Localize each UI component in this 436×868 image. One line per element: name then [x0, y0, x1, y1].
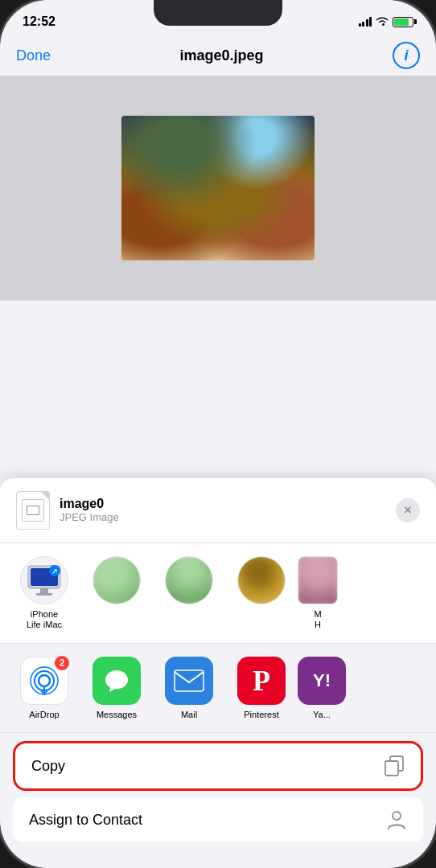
app-label-yahoo: Ya... — [313, 710, 331, 719]
copy-icon — [384, 755, 405, 776]
messages-icon — [102, 666, 131, 695]
person-avatar-5 — [298, 556, 338, 604]
svg-rect-3 — [36, 593, 52, 596]
svg-text:P: P — [253, 665, 270, 697]
svg-point-6 — [39, 675, 50, 686]
person-avatar-2 — [93, 556, 141, 604]
svg-rect-2 — [40, 588, 48, 593]
svg-text:↗: ↗ — [51, 567, 58, 575]
nav-bar: Done image0.jpeg i — [0, 35, 436, 76]
status-time: 12:52 — [23, 14, 56, 29]
file-icon — [16, 491, 50, 530]
copy-label: Copy — [31, 758, 65, 775]
app-icon-yahoo: Y! — [298, 657, 346, 705]
battery-icon — [393, 17, 413, 27]
notch — [154, 0, 282, 26]
pinterest-icon: P — [248, 665, 275, 697]
food-image — [121, 116, 315, 260]
person-avatar-4 — [237, 556, 286, 604]
person-label-2 — [115, 609, 117, 620]
nav-title: image0.jpeg — [179, 47, 263, 64]
file-type: JPEG Image — [60, 511, 119, 523]
app-icon-messages — [93, 657, 141, 705]
apps-row: 2 AirDrop Messages — [0, 644, 436, 733]
airdrop-badge: 2 — [53, 654, 71, 672]
image-preview-area — [0, 76, 436, 301]
app-item-mail[interactable]: Mail — [153, 657, 225, 719]
person-item-5[interactable]: MH — [298, 556, 338, 630]
svg-rect-12 — [385, 761, 398, 776]
app-icon-mail — [165, 657, 213, 705]
person-item-mac[interactable]: ↗ iPhoneLife iMac — [8, 556, 80, 630]
person-item-4[interactable] — [225, 556, 298, 630]
assign-contact-action[interactable]: Assign to Contact — [13, 797, 423, 842]
phone-frame: 12:52 Done image — [0, 0, 436, 868]
person-label-4 — [260, 609, 262, 620]
file-info-row: image0 JPEG Image × — [0, 478, 436, 543]
actions-container: Copy Assign to Contact — [0, 733, 436, 852]
person-label-3 — [187, 609, 190, 620]
app-item-yahoo[interactable]: Y! Ya... — [298, 657, 346, 719]
app-label-mail: Mail — [181, 710, 197, 719]
app-label-pinterest: Pinterest — [244, 710, 278, 719]
person-label-mac: iPhoneLife iMac — [27, 609, 62, 630]
person-avatar-mac: ↗ — [20, 556, 68, 604]
app-label-airdrop: AirDrop — [29, 710, 59, 719]
person-item-2[interactable] — [80, 556, 153, 630]
close-button[interactable]: × — [396, 498, 420, 522]
file-name: image0 — [60, 497, 119, 511]
copy-action[interactable]: Copy — [13, 741, 423, 791]
app-icon-airdrop: 2 — [20, 657, 68, 705]
person-label-5: MH — [314, 609, 321, 630]
wifi-icon — [376, 17, 389, 27]
person-avatar-3 — [165, 556, 213, 604]
battery-fill — [394, 18, 409, 26]
file-details: image0 JPEG Image — [60, 497, 119, 523]
people-row: ↗ iPhoneLife iMac — [0, 543, 436, 644]
app-label-messages: Messages — [97, 710, 137, 719]
done-button[interactable]: Done — [16, 47, 51, 64]
app-icon-pinterest: P — [237, 657, 286, 705]
signal-icon — [359, 17, 372, 27]
file-info-left: image0 JPEG Image — [16, 491, 119, 530]
svg-point-13 — [393, 812, 401, 820]
mail-icon — [174, 669, 204, 692]
screen: 12:52 Done image — [0, 0, 436, 868]
info-button[interactable]: i — [393, 42, 420, 69]
assign-contact-label: Assign to Contact — [29, 812, 142, 829]
status-icons — [359, 17, 414, 27]
mac-icon: ↗ — [24, 563, 64, 598]
person-item-3[interactable] — [153, 556, 225, 630]
person-icon — [386, 809, 407, 830]
app-item-airdrop[interactable]: 2 AirDrop — [8, 657, 80, 719]
svg-rect-9 — [175, 670, 204, 691]
app-item-messages[interactable]: Messages — [80, 657, 153, 719]
share-sheet: image0 JPEG Image × — [0, 478, 436, 868]
app-item-pinterest[interactable]: P Pinterest — [225, 657, 298, 719]
